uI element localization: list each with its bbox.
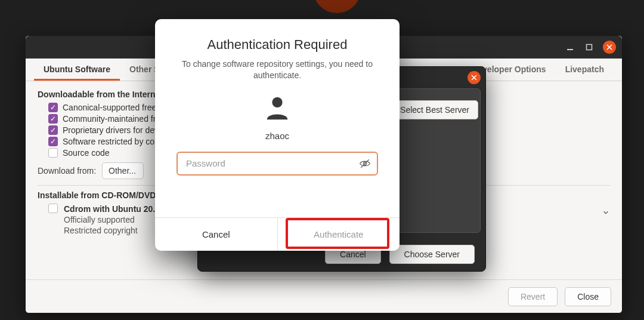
auth-dialog: Authentication Required To change softwa…: [155, 19, 400, 251]
checkbox-icon: ✓: [48, 137, 58, 146]
window-close-button[interactable]: [603, 41, 616, 54]
tab-livepatch[interactable]: Livepatch: [556, 59, 614, 81]
auth-title: Authentication Required: [208, 37, 348, 53]
download-from-select[interactable]: Other...: [102, 162, 144, 179]
svg-point-2: [272, 97, 282, 107]
checkbox-icon: ✓: [48, 125, 58, 135]
window-minimize-button[interactable]: [565, 42, 575, 53]
revert-button[interactable]: Revert: [508, 287, 558, 306]
mirror-dropdown-caret-icon[interactable]: [603, 204, 609, 221]
auth-buttons: Cancel Authenticate: [155, 217, 400, 251]
checkbox-icon: ✓: [48, 103, 58, 112]
checkbox-icon: ✓: [48, 114, 58, 124]
check-label: Source code: [63, 148, 110, 158]
dialog-close-button[interactable]: [467, 71, 481, 84]
svg-line-4: [361, 159, 369, 167]
choose-server-button[interactable]: Choose Server: [389, 245, 475, 264]
auth-message: To change software repository settings, …: [177, 59, 378, 81]
password-input[interactable]: [185, 158, 354, 169]
window-footer: Revert Close: [26, 279, 622, 313]
checkbox-icon: [48, 204, 58, 213]
password-field-wrap[interactable]: [177, 152, 378, 176]
svg-rect-0: [567, 49, 573, 50]
user-avatar-icon: [264, 94, 291, 124]
reveal-password-icon[interactable]: [359, 158, 371, 170]
window-maximize-button[interactable]: [584, 42, 595, 53]
checkbox-icon: [48, 148, 58, 158]
svg-rect-1: [587, 45, 592, 50]
auth-username: zhaoc: [265, 131, 289, 141]
download-from-label: Download from:: [38, 166, 96, 176]
auth-cancel-button[interactable]: Cancel: [155, 218, 277, 251]
close-button[interactable]: Close: [565, 287, 611, 306]
tab-ubuntu-software[interactable]: Ubuntu Software: [34, 59, 120, 81]
authenticate-button[interactable]: Authenticate: [277, 218, 400, 251]
select-best-server-button[interactable]: Select Best Server: [391, 100, 478, 119]
